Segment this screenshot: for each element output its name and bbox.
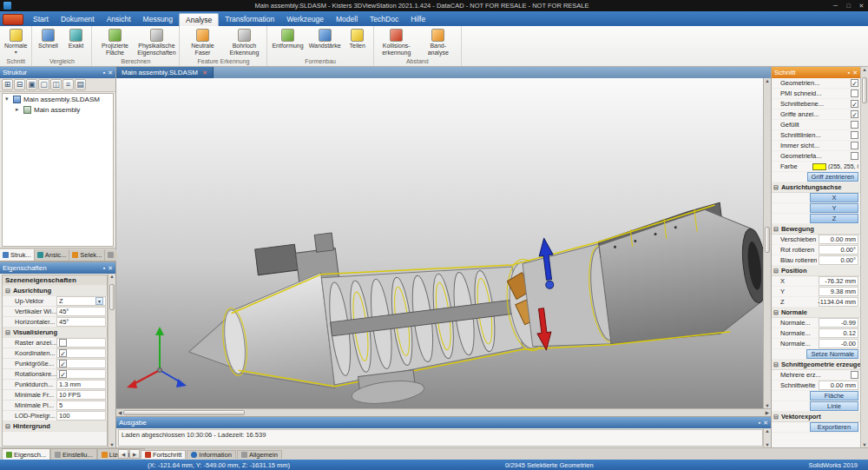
close-icon[interactable]: ✕ [108,265,113,271]
tab-struktur[interactable]: Struk... [0,249,35,261]
ghost-mode-icon[interactable]: ▢ [38,79,49,90]
close-button[interactable]: ✕ [855,3,868,10]
close-icon[interactable]: ✕ [852,70,858,76]
collapse-section-icon[interactable]: ⊟ [773,184,779,191]
tree-item-main-assembly[interactable]: ▸ Main assembly [3,104,113,115]
tab-dokument[interactable]: Dokument [55,13,101,26]
up-vektor-dropdown[interactable]: Z ▾ [56,296,106,306]
exakt-button[interactable]: Exakt [62,27,89,51]
section-panel-scrollbar[interactable]: ▲ ▼ [860,67,868,447]
scroll-up-icon[interactable]: ▲ [765,428,769,434]
tab-information[interactable]: Information [187,450,236,459]
scroll-down-icon[interactable]: ▼ [109,442,114,447]
tab-modell[interactable]: Modell [330,13,364,26]
structure-panel-header[interactable]: Struktur ▪ ✕ [0,67,115,78]
section-position[interactable]: ⊟ Position [772,266,860,276]
flaeche-button[interactable]: Fläche [810,391,858,400]
collapse-all-icon[interactable]: ⊟ [14,79,25,90]
tab-hilfe[interactable]: Hilfe [404,13,431,26]
position-z-field[interactable]: -1134.04 mm [819,297,858,307]
normale-y-field[interactable]: 0.12 [819,328,858,338]
section-vektorexport[interactable]: ⊟ Vektorexport [772,412,860,422]
scroll-up-icon[interactable]: ▲ [109,274,114,279]
griff-zentrieren-button[interactable]: Griff zentrieren [807,172,858,182]
schnittebene-checkbox[interactable]: ✓ [851,100,858,108]
normale-x-field[interactable]: -0.99 [819,318,858,328]
projizierte-flaeche-button[interactable]: Projizierte Fläche [95,27,135,58]
scroll-down-icon[interactable]: ▼ [765,403,769,408]
linie-button[interactable]: Linie [810,401,858,411]
horizontaler-winkel-field[interactable]: 45° [56,317,106,327]
output-panel-header[interactable]: Ausgabe ▪ ✕ [116,417,771,428]
gefuellt-checkbox[interactable] [851,121,858,129]
chevron-down-icon[interactable]: ▾ [95,297,103,305]
scrollbar-thumb[interactable] [862,77,867,103]
collapse-section-icon[interactable]: ⊟ [773,226,779,233]
properties-panel-header[interactable]: Eigenschaften ▪ ✕ [0,262,115,274]
immer-sichtbar-checkbox[interactable] [851,142,858,149]
vertikaler-winkel-field[interactable]: 45° [56,307,106,316]
viewport-vertical-scrollbar[interactable]: ▲ ▼ [763,78,771,408]
scrollbar-thumb[interactable] [123,410,245,415]
physikalische-eigenschaften-button[interactable]: Physikalische Eigenschaften [136,27,176,58]
position-y-field[interactable]: 9.38 mm [819,287,858,296]
collapse-section-icon[interactable]: ⊟ [773,361,779,368]
schnell-button[interactable]: Schnell [35,27,61,51]
section-hintergrund[interactable]: ⊟ Hintergrund [3,421,107,432]
application-menu-button[interactable] [3,14,23,25]
schnittlinien-checkbox[interactable] [851,131,858,139]
scroll-right-icon[interactable]: ▶ [766,410,769,415]
close-icon[interactable]: ✕ [108,70,113,76]
section-normale[interactable]: ⊟ Normale [772,308,860,318]
geometrien-checkbox[interactable]: ✓ [851,79,858,87]
pin-icon[interactable]: ▪ [103,70,105,76]
collapse-section-icon[interactable]: ⊟ [773,268,779,275]
bohrloch-erkennung-button[interactable]: Bohrloch Erkennung [224,27,264,58]
invert-selection-icon[interactable]: ◫ [50,79,62,90]
scrollbar-thumb[interactable] [109,284,115,310]
position-x-field[interactable]: -76.32 mm [819,276,858,286]
scroll-up-icon[interactable]: ▲ [862,67,866,72]
punktdurchmesser-field[interactable]: 1.3 mm [56,380,106,389]
tab-eigenschaften[interactable]: Eigensch... [2,448,50,460]
mehrere-erzeugen-checkbox[interactable] [851,371,858,379]
tab-allgemein[interactable]: Allgemein [237,450,282,459]
properties-scrollbar[interactable]: ▲ ▼ [108,274,115,447]
collapse-section-icon[interactable]: ⊟ [5,288,10,295]
tab-selektionen[interactable]: Selek... [69,249,105,261]
exportieren-button[interactable]: Exportieren [810,422,858,432]
tab-fortschritt[interactable]: Fortschritt [141,450,186,459]
scroll-left-icon[interactable]: ◀ [118,410,122,415]
section-schnittgeometrie[interactable]: ⊟ Schnittgeometrie erzeugen [772,360,860,370]
minimize-button[interactable]: ─ [829,3,842,9]
scroll-down-icon[interactable]: ▼ [765,442,769,447]
collapse-section-icon[interactable]: ⊟ [5,329,10,336]
pin-icon[interactable]: ▪ [848,70,850,76]
tab-ansichten[interactable]: Ansic... [35,249,70,261]
normale-z-field[interactable]: -0.00 [819,339,858,348]
entformung-button[interactable]: Entformung [270,27,305,51]
tab-transformation[interactable]: Transformation [219,13,280,26]
kollisionserkennung-button[interactable]: Kollisions-erkennung [377,27,417,58]
geometriefarbe-checkbox[interactable] [851,152,858,160]
minimale-pixel-field[interactable]: 5 [56,400,106,410]
tab-scroll-right-icon[interactable]: ▶ [129,449,140,459]
document-tab[interactable]: Main assembly.SLDASM ✕ [116,67,214,78]
tab-werkzeuge[interactable]: Werkzeuge [280,13,330,26]
koordinaten-checkbox[interactable]: ✓ [59,349,67,357]
list-view-icon[interactable]: ≡ [62,79,74,90]
axis-x-button[interactable]: X [810,193,858,202]
collapse-section-icon[interactable]: ⊟ [5,423,10,430]
filter-icon[interactable]: ▤ [75,79,86,90]
scroll-down-icon[interactable]: ▼ [862,442,866,447]
collapse-section-icon[interactable]: ⊟ [773,309,779,316]
tab-einstellungen[interactable]: Einstellu... [50,448,97,460]
expand-all-icon[interactable]: ⊞ [2,79,13,90]
scroll-up-icon[interactable]: ▲ [765,78,769,83]
pin-icon[interactable]: ▪ [759,420,760,426]
color-swatch[interactable] [812,163,826,170]
section-visualisierung[interactable]: ⊟ Visualisierung [3,328,107,338]
close-document-icon[interactable]: ✕ [202,70,207,76]
verschieben-field[interactable]: 0.00 mm [819,235,858,244]
3d-viewport[interactable]: ▲ ▼ [116,78,771,408]
